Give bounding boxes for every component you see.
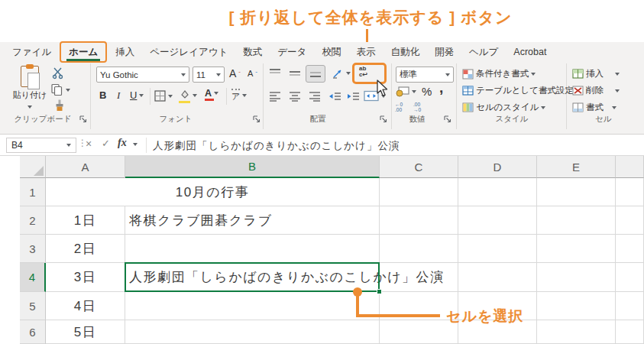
align-right-button[interactable]: [309, 91, 321, 102]
increase-indent-button[interactable]: [347, 91, 360, 102]
cell-D4[interactable]: [458, 263, 537, 292]
cell-C2[interactable]: [380, 206, 458, 235]
cell-B6[interactable]: [125, 320, 380, 344]
wrap-text-button[interactable]: ab c↩: [359, 66, 367, 78]
cell-F2[interactable]: [616, 206, 644, 235]
format-painter-button[interactable]: [53, 99, 66, 112]
cell-E4[interactable]: [537, 263, 616, 292]
copy-button[interactable]: [50, 83, 70, 96]
column-header-A[interactable]: A: [46, 156, 125, 178]
fill-color-button[interactable]: [179, 89, 197, 101]
decrease-indent-button[interactable]: [328, 91, 341, 102]
enter-icon[interactable]: ✓: [102, 138, 110, 149]
tab-developer[interactable]: 開発: [427, 42, 461, 63]
align-bottom-button[interactable]: [306, 65, 325, 83]
tab-automate[interactable]: 自動化: [383, 42, 427, 63]
font-color-button[interactable]: A: [205, 88, 218, 99]
name-box[interactable]: B4: [6, 138, 76, 153]
tab-formulas[interactable]: 数式: [235, 42, 270, 63]
cell-A2[interactable]: 1日: [46, 206, 125, 235]
font-name-combo[interactable]: Yu Gothic: [96, 67, 189, 83]
row-header-4[interactable]: 4: [20, 263, 46, 292]
row-header-3[interactable]: 3: [20, 235, 46, 263]
tab-page-layout[interactable]: ページレイアウト: [142, 42, 235, 63]
italic-button[interactable]: I: [117, 89, 120, 102]
align-center-button[interactable]: [289, 91, 301, 102]
cell-B4-selected[interactable]: 人形劇団「しらかばのきりかぶのこしかけ」公演: [125, 263, 380, 292]
insert-cells-button[interactable]: 挿入: [572, 68, 620, 80]
cell-F6[interactable]: [616, 320, 644, 344]
column-header-F-partial[interactable]: [616, 156, 644, 178]
cell-B5[interactable]: [125, 292, 380, 320]
select-all-corner[interactable]: [20, 156, 46, 178]
paste-button[interactable]: 貼り付け: [12, 66, 47, 113]
cell-E6[interactable]: [537, 320, 616, 344]
cell-C3[interactable]: [380, 235, 458, 263]
column-header-C[interactable]: C: [380, 156, 458, 178]
row-header-1[interactable]: 1: [20, 178, 46, 206]
tab-acrobat[interactable]: Acrobat: [506, 43, 554, 61]
tab-view[interactable]: 表示: [348, 42, 383, 63]
currency-format-button[interactable]: [395, 86, 416, 97]
cell-A5[interactable]: 4日: [46, 292, 125, 320]
delete-cells-button[interactable]: 削除: [572, 85, 620, 96]
increase-font-size-button[interactable]: Aˆ: [229, 67, 241, 80]
cell-E3[interactable]: [537, 235, 616, 263]
align-left-button[interactable]: [269, 91, 281, 102]
decrease-font-size-button[interactable]: Aˇ: [248, 69, 257, 78]
cell-E2[interactable]: [537, 206, 616, 235]
cell-F5[interactable]: [616, 292, 644, 320]
cell-D3[interactable]: [458, 235, 537, 263]
comma-style-button[interactable]: ,: [439, 84, 443, 92]
cell-A3[interactable]: 2日: [46, 235, 125, 263]
cell-D1[interactable]: [458, 178, 537, 206]
cell-B2[interactable]: 将棋クラブ囲碁クラブ: [125, 206, 380, 235]
align-top-button[interactable]: [269, 68, 281, 79]
cell-C1[interactable]: [380, 178, 458, 206]
alignment-dialog-launcher[interactable]: [380, 115, 387, 123]
cell-E5[interactable]: [537, 292, 616, 320]
align-middle-button[interactable]: [289, 68, 301, 79]
cut-button[interactable]: [52, 67, 64, 80]
formula-input[interactable]: 人形劇団「しらかばのきりかぶのこしかけ」公演: [153, 139, 400, 153]
cell-F1[interactable]: [616, 178, 644, 206]
conditional-formatting-button[interactable]: 条件付き書式: [462, 68, 536, 80]
tab-data[interactable]: データ: [270, 42, 314, 63]
decrease-decimal-button[interactable]: .00 →0: [413, 102, 421, 112]
font-dialog-launcher[interactable]: [253, 115, 261, 123]
borders-button[interactable]: [154, 90, 173, 102]
insert-function-icon[interactable]: fx: [118, 137, 127, 149]
phonetic-guide-button[interactable]: ア: [231, 89, 247, 102]
column-header-B[interactable]: B: [125, 156, 380, 178]
percent-style-button[interactable]: %: [422, 85, 432, 98]
cancel-icon[interactable]: ×: [86, 138, 92, 150]
bold-button[interactable]: B: [99, 89, 106, 101]
tab-help[interactable]: ヘルプ: [461, 42, 506, 63]
orientation-button[interactable]: [332, 67, 351, 80]
tab-home[interactable]: ホーム: [61, 42, 105, 63]
cell-F4[interactable]: [616, 263, 644, 292]
clipboard-dialog-launcher[interactable]: [79, 115, 87, 123]
column-header-D[interactable]: D: [458, 156, 537, 178]
format-as-table-button[interactable]: テーブルとして書式設定: [462, 85, 581, 96]
cell-B3[interactable]: [125, 235, 380, 263]
cell-A4[interactable]: 3日: [46, 263, 125, 292]
tab-review[interactable]: 校閲: [314, 42, 348, 63]
row-header-5[interactable]: 5: [20, 292, 46, 320]
underline-button[interactable]: U: [130, 89, 144, 101]
column-header-E[interactable]: E: [537, 156, 616, 178]
cell-D2[interactable]: [458, 206, 537, 235]
number-dialog-launcher[interactable]: [444, 115, 451, 123]
cell-E1[interactable]: [537, 178, 616, 206]
increase-decimal-button[interactable]: ←0 .00: [395, 102, 403, 112]
cell-F3[interactable]: [616, 235, 644, 263]
format-cells-button[interactable]: 書式: [572, 102, 616, 113]
row-header-2[interactable]: 2: [20, 206, 46, 235]
row-header-6[interactable]: 6: [20, 320, 46, 344]
cell-styles-button[interactable]: セルのスタイル: [462, 102, 545, 113]
tab-insert[interactable]: 挿入: [108, 42, 142, 63]
number-format-combo[interactable]: 標準: [396, 67, 454, 83]
tab-file[interactable]: ファイル: [5, 42, 59, 63]
font-size-combo[interactable]: 11: [193, 67, 225, 83]
cell-A1-B1-merged[interactable]: 10月の行事: [46, 178, 380, 206]
